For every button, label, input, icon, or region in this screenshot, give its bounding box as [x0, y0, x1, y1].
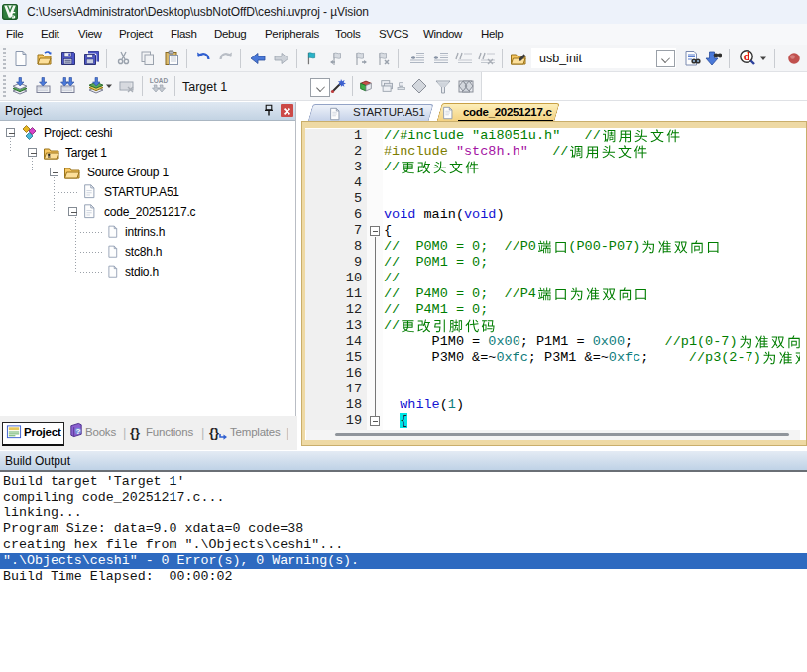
- svg-text:d: d: [744, 50, 750, 63]
- svg-text:?: ?: [75, 427, 80, 436]
- svg-text:LOAD: LOAD: [150, 77, 169, 84]
